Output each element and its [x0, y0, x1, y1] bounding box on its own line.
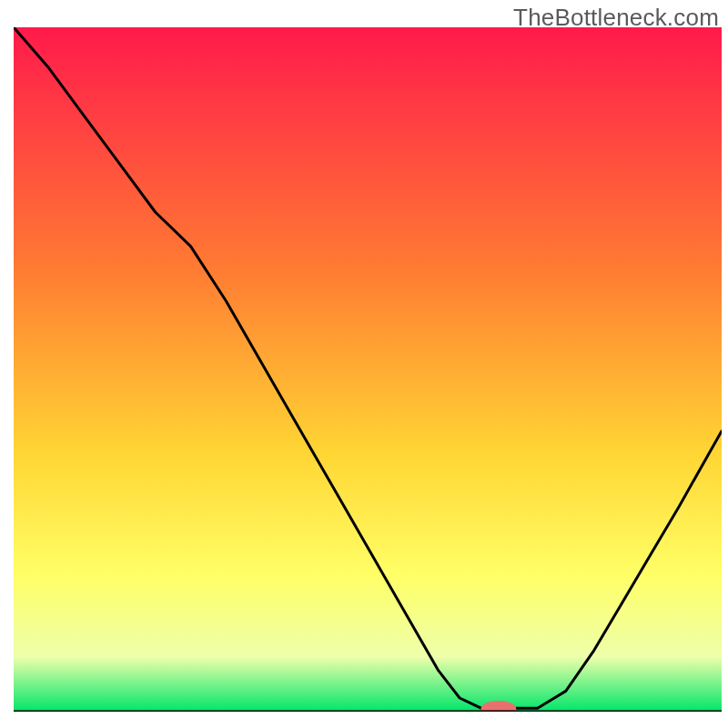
bottleneck-chart: [0, 0, 728, 728]
optimal-marker: [480, 701, 516, 717]
chart-container: TheBottleneck.com: [0, 0, 728, 728]
gradient-background: [14, 27, 722, 712]
